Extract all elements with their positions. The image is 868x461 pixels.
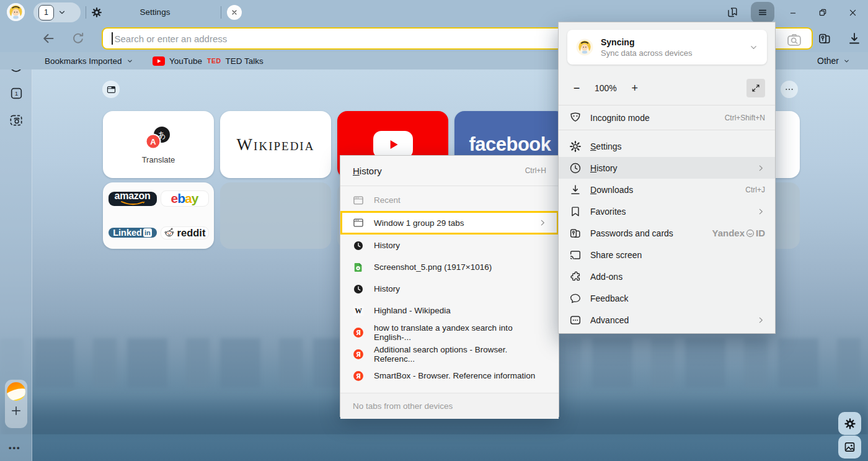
window-icon — [106, 84, 117, 95]
reddit-wordmark: reddit — [177, 227, 206, 239]
tab-group-count: 1 — [38, 5, 54, 20]
tab-count-icon: 1 — [9, 86, 24, 101]
close-icon — [848, 8, 857, 17]
minimize-button[interactable] — [786, 6, 800, 19]
history-item[interactable]: History — [340, 278, 559, 300]
youtube-play-icon — [373, 131, 413, 158]
folder-item-linkedin[interactable]: Linked in — [108, 228, 157, 238]
amazon-wordmark: amazon — [115, 192, 151, 200]
menu-item-addons[interactable]: Add-ons — [559, 266, 775, 287]
side-panel-icon[interactable] — [725, 6, 739, 19]
browser-menu-button[interactable] — [751, 2, 774, 23]
image-icon — [843, 441, 856, 454]
history-item-yandex[interactable]: Я SmartBox - Browser. Reference informat… — [340, 365, 559, 387]
background-gallery-button[interactable] — [838, 436, 861, 459]
ebay-letter: a — [185, 191, 192, 206]
menu-item-feedback[interactable]: Feedback — [559, 287, 775, 309]
menu-item-incognito[interactable]: Incognito mode Ctrl+Shift+N — [559, 105, 775, 130]
menu-item-label: Incognito mode — [590, 113, 650, 123]
youtube-icon — [153, 56, 165, 66]
ebay-letter: e — [171, 191, 178, 206]
back-button[interactable] — [41, 31, 56, 46]
menu-item-label: Advanced — [590, 315, 629, 325]
menu-item-label: Add-ons — [590, 272, 622, 282]
zoom-out-button[interactable]: − — [569, 80, 585, 96]
history-submenu-header[interactable]: History Ctrl+H — [340, 156, 559, 186]
speech-bubble-icon — [569, 292, 582, 305]
downloads-toolbar-icon[interactable] — [847, 31, 862, 46]
history-item-recent[interactable]: Recent — [340, 189, 559, 211]
tab-settings[interactable]: Settings — [112, 7, 198, 17]
menu-item-share-screen[interactable]: Share screen — [559, 244, 775, 266]
dial-folder-shopping[interactable]: amazon ebay Linked in reddit — [103, 182, 214, 249]
new-tab-plus-button[interactable] — [10, 405, 22, 417]
folder-item-amazon[interactable]: amazon — [108, 192, 157, 206]
zoom-controls: − 100% + — [559, 72, 775, 104]
bookmarks-folder[interactable]: Bookmarks Imported — [45, 52, 133, 69]
translate-icon: あ A — [144, 125, 173, 150]
bookmark-label: TED Talks — [226, 56, 264, 66]
ebay-letter: y — [192, 191, 198, 206]
yandex-id-right: ID — [756, 228, 765, 238]
svg-text:A: A — [150, 137, 156, 146]
amazon-smile-icon — [120, 200, 146, 206]
menu-item-favorites[interactable]: Favorites — [559, 200, 775, 222]
menu-item-label: Downloads — [590, 185, 633, 195]
avatar-girl-icon — [576, 38, 593, 56]
dial-more-button[interactable] — [781, 81, 798, 98]
chevron-down-icon — [126, 58, 133, 65]
gear-icon — [569, 140, 582, 153]
browser-menu-panel: Syncing Sync data across devices − 100% … — [558, 22, 776, 334]
yandex-id-logo: Yandex ID — [712, 228, 765, 238]
sidebar-dock — [5, 380, 27, 428]
history-item-yandex[interactable]: Я Additional search options - Browser. R… — [340, 343, 559, 365]
menu-item-advanced[interactable]: Advanced — [559, 309, 775, 331]
bookmark-ted-talks[interactable]: TED TED Talks — [207, 52, 264, 69]
bookmark-youtube[interactable]: YouTube — [153, 52, 202, 69]
sync-subtitle: Sync data across devices — [601, 48, 692, 58]
fullscreen-button[interactable] — [746, 79, 765, 97]
sync-card[interactable]: Syncing Sync data across devices — [567, 30, 767, 65]
close-icon — [231, 9, 238, 16]
sidebar-more-button[interactable]: ••• — [9, 443, 21, 452]
folder-item-ebay[interactable]: ebay — [161, 190, 209, 207]
history-item-yandex[interactable]: Я how to translate a yandex search into … — [340, 321, 559, 343]
chevron-right-icon — [756, 316, 765, 324]
svg-text:Я: Я — [356, 350, 361, 357]
history-item-window-group[interactable]: Window 1 group 29 tabs — [340, 211, 559, 235]
yandex-favicon: Я — [352, 326, 365, 339]
bookmarks-other-dropdown[interactable]: Other — [817, 52, 850, 69]
menu-item-history[interactable]: History — [559, 157, 775, 179]
clock-icon — [569, 161, 582, 175]
history-item-wikipedia[interactable]: W Highland - Wikipedia — [340, 300, 559, 321]
reload-button[interactable] — [71, 31, 86, 46]
bookmark-icon — [569, 205, 582, 218]
menu-item-settings[interactable]: Settings — [559, 135, 775, 157]
bookmark-label: YouTube — [169, 56, 202, 66]
dial-tile-translate[interactable]: あ A Translate — [103, 111, 214, 178]
passwords-toolbar-icon[interactable] — [817, 31, 832, 46]
menu-item-downloads[interactable]: Downloads Ctrl+J — [559, 179, 775, 200]
menu-item-passwords[interactable]: Passwords and cards Yandex ID — [559, 222, 775, 244]
close-window-button[interactable] — [846, 6, 859, 19]
yandex-browser-logo[interactable] — [7, 382, 25, 401]
profile-avatar[interactable] — [7, 3, 25, 21]
sidebar-tabs-button[interactable]: 1 — [7, 84, 25, 102]
maximize-button[interactable] — [816, 6, 830, 19]
chevron-right-icon — [538, 218, 547, 227]
sidebar-screenshot-button[interactable] — [7, 112, 25, 129]
history-item-label: how to translate a yandex search into En… — [374, 323, 547, 342]
dial-tile-wikipedia[interactable]: Wikipedia — [220, 111, 331, 178]
folder-item-reddit[interactable]: reddit — [161, 226, 209, 239]
yandex-favicon: Я — [352, 370, 365, 382]
dial-tile-empty[interactable] — [220, 182, 331, 249]
close-tab-button[interactable] — [227, 5, 242, 20]
tab-groups-button[interactable] — [102, 81, 120, 98]
tab-group-pill[interactable]: 1 — [33, 2, 81, 22]
dial-settings-button[interactable] — [838, 412, 861, 435]
zoom-in-button[interactable]: + — [627, 80, 643, 96]
history-item-screenshot[interactable]: Screenshot_5.png (1917×1016) — [340, 256, 559, 278]
window-icon — [352, 194, 365, 207]
history-item[interactable]: History — [340, 235, 559, 256]
image-search-icon[interactable] — [786, 31, 803, 48]
